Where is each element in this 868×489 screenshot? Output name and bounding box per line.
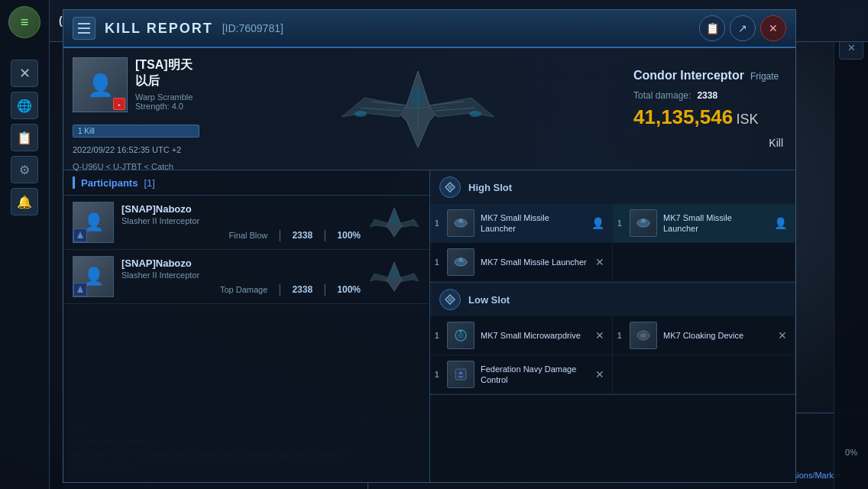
low-slot-header: Low Slot	[430, 283, 795, 316]
missile-icon-0	[447, 209, 474, 237]
window-menu-button[interactable]	[73, 17, 96, 40]
hamburger-icon: ≡	[21, 15, 29, 31]
pilot-avatar: 👤 -	[73, 57, 128, 112]
menu-line	[78, 32, 90, 34]
export-button[interactable]: ↗	[730, 15, 756, 41]
sidebar-icon-group: ✕ 🌐 📋 ⚙ 🔔	[11, 60, 38, 215]
high-slot-icon	[439, 176, 461, 198]
content-area: Participants [1] 👤 [SNAP]Nabozo Slasher …	[63, 170, 795, 482]
participant-name-1: [SNAP]Nabozo	[121, 203, 361, 215]
svg-point-34	[640, 333, 646, 338]
ship-type: Frigate	[750, 71, 779, 82]
low-slot-item-0[interactable]: 1 MK7 Small Microwarpdrive ✕	[430, 316, 613, 355]
blow-label-1: Final Blow	[229, 231, 268, 240]
low-slot-items: 1 MK7 Small Microwarpdrive ✕ 1 MK7 Cloak…	[430, 316, 795, 394]
damage-2: 2338	[292, 284, 313, 295]
window-header: KILL REPORT [ID:7609781] 📋 ↗ ✕	[63, 10, 795, 48]
pilot-info: [TSA]明天以后 Warp Scramble Strength: 4.0	[135, 57, 199, 111]
corp-badge-2	[73, 283, 87, 296]
participant-row-2[interactable]: 👤 [SNAP]Nabozo Slasher II Interceptor To…	[63, 250, 429, 304]
total-damage-value: 2338	[697, 90, 717, 101]
svg-point-21	[390, 268, 398, 279]
mwd-icon	[447, 322, 474, 349]
participant-info-1: [SNAP]Nabozo Slasher II Interceptor Fina…	[121, 203, 361, 242]
red-status-dot: -	[113, 98, 125, 110]
participants-panel: Participants [1] 👤 [SNAP]Nabozo Slasher …	[63, 170, 430, 482]
sidebar-menu-button[interactable]: ≡	[8, 6, 40, 38]
high-slot-header: High Slot	[430, 170, 795, 204]
participant-row[interactable]: 👤 [SNAP]Nabozo Slasher II Interceptor Fi…	[63, 196, 429, 250]
window-controls: 📋 ↗ ✕	[699, 15, 786, 41]
menu-line	[78, 23, 90, 24]
sidebar-bell-icon[interactable]: 🔔	[11, 188, 38, 215]
sidebar-gear-icon[interactable]: ⚙	[11, 156, 38, 183]
pilot-section: 👤 - [TSA]明天以后 Warp Scramble Strength: 4.…	[63, 48, 209, 170]
high-slot-item-2[interactable]: 1 MK7 Small Missile Launcher ✕	[430, 243, 613, 282]
sidebar-list-icon[interactable]: 📋	[11, 124, 38, 151]
svg-marker-2	[429, 98, 494, 117]
sidebar-globe-icon[interactable]: 🌐	[11, 92, 38, 119]
low-slot-qty-0: 1	[435, 332, 439, 340]
sidebar-close-icon[interactable]: ✕	[11, 60, 38, 87]
high-slot-item-name-1: MK7 Small Missile Launcher	[663, 212, 768, 235]
sep-3: |	[278, 283, 281, 296]
kill-location: Q-U96U < U-JTBT < Catch	[73, 162, 199, 171]
participant-ship-1: Slasher II Interceptor	[121, 216, 361, 225]
person-icon-1: 👤	[774, 217, 787, 229]
svg-point-29	[448, 297, 452, 302]
svg-marker-15	[400, 219, 419, 227]
low-slot-item-2[interactable]: 1 Federation Navy Damage Control ✕	[430, 355, 613, 394]
high-slot-item-name-0: MK7 Small Missile Launcher	[481, 212, 585, 235]
participant-info-2: [SNAP]Nabozo Slasher II Interceptor Top …	[121, 257, 361, 296]
isk-unit: ISK	[737, 112, 759, 127]
low-slot-item-name-1: MK7 Cloaking Device	[663, 330, 772, 341]
svg-point-16	[390, 214, 398, 225]
right-sidebar: ↗ ✕ 0%	[834, 0, 868, 489]
kill-info-panel: 👤 - [TSA]明天以后 Warp Scramble Strength: 4.…	[63, 48, 795, 170]
sep-1: |	[278, 228, 281, 242]
ship-icon-2	[368, 258, 420, 295]
participant-name-2: [SNAP]Nabozo	[121, 257, 361, 269]
damage-1: 2338	[292, 230, 313, 241]
ship-image-area	[209, 48, 627, 170]
isk-row: 41,135,546 ISK	[633, 105, 783, 129]
section-bar	[73, 176, 75, 189]
low-slot-section: Low Slot 1 MK7 Small Microwarpdrive ✕ 1	[430, 283, 795, 395]
cloak-icon	[630, 322, 657, 349]
low-x-icon-1[interactable]: ✕	[778, 329, 787, 342]
svg-marker-20	[400, 274, 419, 281]
participant-stats-2: Top Damage | 2338 | 100%	[121, 283, 361, 296]
low-x-icon-2[interactable]: ✕	[595, 368, 604, 381]
warp-scramble: Warp Scramble Strength: 4.0	[135, 92, 199, 111]
copy-button[interactable]: 📋	[699, 15, 725, 41]
svg-point-4	[355, 111, 367, 117]
ship-class: Condor Interceptor Frigate	[633, 69, 783, 83]
kill-report-window: KILL REPORT [ID:7609781] 📋 ↗ ✕ 👤 - [TSA]…	[63, 9, 796, 483]
svg-marker-17	[77, 286, 83, 293]
missile-icon-1	[630, 209, 657, 237]
low-slot-item-1[interactable]: 1 MK7 Cloaking Device ✕	[613, 316, 795, 355]
pilot-name[interactable]: [TSA]明天以后	[135, 57, 199, 89]
pct-1: 100%	[337, 230, 361, 241]
missile-icon-2	[447, 248, 474, 276]
slots-panel: High Slot 1 MK7 Small Missile Launcher 👤…	[430, 170, 795, 482]
high-slot-item-0[interactable]: 1 MK7 Small Missile Launcher 👤	[430, 204, 613, 243]
kill-stats: Condor Interceptor Frigate Total damage:…	[627, 48, 795, 170]
low-slot-qty-2: 1	[435, 371, 439, 379]
low-slot-item-name-0: MK7 Small Microwarpdrive	[481, 330, 589, 341]
person-icon-0: 👤	[591, 217, 604, 229]
pct-badge: 0%	[845, 448, 857, 457]
blow-label-2: Top Damage	[220, 285, 267, 294]
menu-line	[78, 28, 90, 29]
x-icon-2[interactable]: ✕	[595, 256, 604, 268]
kill-time: 2022/09/22 16:52:35 UTC +2	[73, 145, 199, 154]
window-close-button[interactable]: ✕	[760, 15, 786, 41]
high-slot-item-1[interactable]: 1 MK7 Small Missile Launcher 👤	[613, 204, 795, 243]
low-slot-empty	[613, 355, 795, 394]
participants-title: Participants	[81, 177, 138, 189]
window-id: [ID:7609781]	[222, 22, 283, 34]
low-x-icon-0[interactable]: ✕	[595, 329, 604, 342]
high-slot-item-name-2: MK7 Small Missile Launcher	[481, 257, 589, 267]
kill-outcome: Kill	[633, 137, 783, 149]
participant-stats-1: Final Blow | 2338 | 100%	[121, 228, 361, 242]
